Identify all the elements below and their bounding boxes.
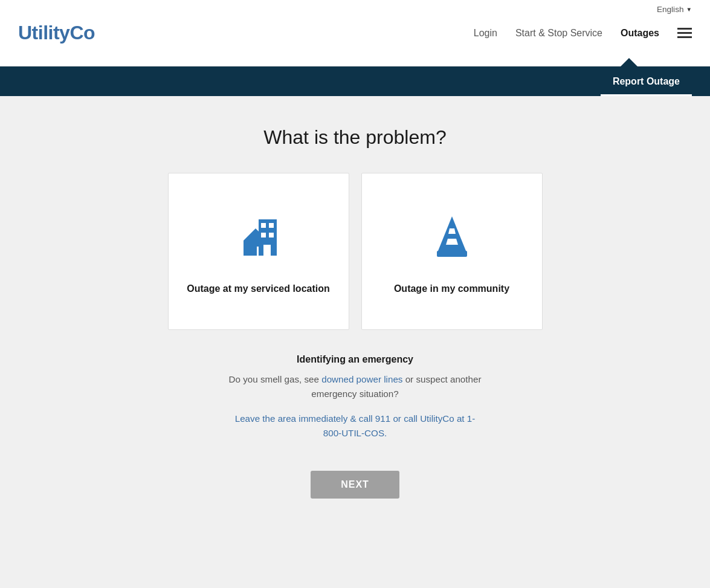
- nav-outages[interactable]: Outages: [621, 28, 659, 39]
- hamburger-line-1: [677, 28, 692, 30]
- svg-rect-7: [437, 251, 467, 257]
- report-outage-link[interactable]: Report Outage: [601, 66, 692, 96]
- language-arrow: ▼: [686, 6, 692, 13]
- svg-rect-2: [261, 223, 266, 228]
- nav-start-stop[interactable]: Start & Stop Service: [515, 28, 602, 39]
- card-serviced-location[interactable]: Outage at my serviced location: [168, 173, 349, 330]
- main-content: What is the problem? Outage at my servic…: [0, 96, 710, 529]
- sub-navigation: Report Outage: [0, 66, 710, 96]
- hamburger-line-2: [677, 32, 692, 34]
- hamburger-line-3: [677, 36, 692, 38]
- community-icon: [425, 207, 479, 264]
- card-community[interactable]: Outage in my community: [361, 173, 543, 330]
- downed-power-lines-link[interactable]: downed power lines: [321, 374, 402, 384]
- card-1-label: Outage at my serviced location: [187, 282, 330, 296]
- option-cards: Outage at my serviced location Outage in…: [168, 173, 543, 330]
- svg-rect-6: [263, 245, 271, 256]
- emergency-title: Identifying an emergency: [228, 354, 482, 365]
- svg-rect-5: [269, 233, 274, 237]
- card-2-label: Outage in my community: [394, 282, 509, 296]
- language-link[interactable]: English: [657, 5, 684, 14]
- nav-login[interactable]: Login: [474, 28, 497, 39]
- main-nav: Login Start & Stop Service Outages: [474, 28, 692, 39]
- next-button[interactable]: NEXT: [311, 471, 399, 499]
- site-logo[interactable]: UtilityCo: [18, 22, 95, 44]
- emergency-text-1: Do you smell gas, see downed power lines…: [228, 372, 482, 402]
- svg-marker-9: [446, 239, 458, 245]
- hamburger-menu[interactable]: [677, 28, 692, 38]
- svg-rect-4: [261, 233, 266, 237]
- language-bar: English ▼: [657, 5, 692, 14]
- emergency-section: Identifying an emergency Do you smell ga…: [228, 354, 482, 441]
- location-icon: [231, 207, 286, 264]
- emergency-action: Leave the area immediately & call 911 or…: [228, 412, 482, 441]
- svg-rect-3: [269, 223, 274, 228]
- page-title: What is the problem?: [263, 126, 446, 149]
- svg-marker-10: [448, 228, 456, 234]
